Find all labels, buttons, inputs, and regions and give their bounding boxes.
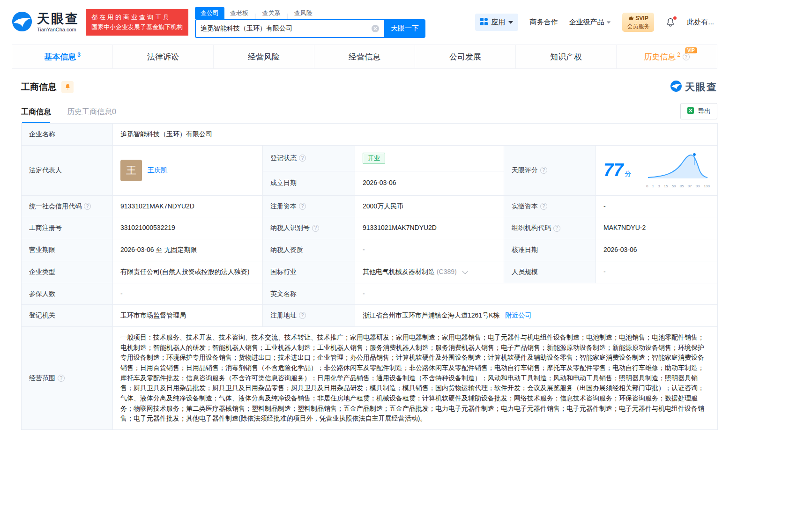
reg-status-label: 登记状态? xyxy=(263,145,355,171)
reg-address-value: 浙江省台州市玉环市芦浦镇金海大道1261号K栋 附近公司 xyxy=(355,305,718,327)
user-more-link[interactable]: 此处有... xyxy=(687,18,714,27)
apps-grid-icon xyxy=(480,18,488,27)
paid-capital-value: - xyxy=(596,195,718,217)
insured-count-value: - xyxy=(113,283,263,305)
help-icon[interactable]: ? xyxy=(553,225,560,232)
legal-rep-name-link[interactable]: 王庆凯 xyxy=(148,165,167,176)
business-term-label: 营业期限 xyxy=(22,239,113,261)
score-axis-labels: 0131550859799100 xyxy=(646,184,710,189)
reg-number-value: 331021000532219 xyxy=(113,217,263,239)
score-cell: 77分 0131550859799100 xyxy=(596,145,718,195)
company-name-value: 追觅智能科技（玉环）有限公司 xyxy=(113,124,718,146)
search-tab-boss[interactable]: 查老板 xyxy=(224,7,254,19)
staff-size-label: 人员规模 xyxy=(504,261,596,283)
english-name-value: - xyxy=(355,283,718,305)
reg-capital-label: 注册资本? xyxy=(263,195,355,217)
score-unit: 分 xyxy=(625,170,631,177)
chevron-down-icon xyxy=(508,21,513,24)
help-icon[interactable]: ? xyxy=(299,155,306,162)
business-info-table: 企业名称 追觅智能科技（玉环）有限公司 法定代表人 王 王庆凯 登记状态? 开业 xyxy=(21,123,718,430)
page: 天眼查 TianYanCha.com 都在用的商业查询工具 国家中小企业发展子基… xyxy=(0,0,718,430)
monitor-bell-icon[interactable] xyxy=(61,81,74,93)
help-icon[interactable]: ? xyxy=(312,225,319,232)
english-name-label: 英文名称 xyxy=(263,283,355,305)
slogan-banner: 都在用的商业查询工具 国家中小企业发展子基金旗下机构 xyxy=(86,9,188,35)
legal-rep-avatar[interactable]: 王 xyxy=(120,160,142,181)
score-distribution-chart: 0131550859799100 xyxy=(646,151,710,190)
taxpayer-id-value: 91331021MAK7NDYU2D xyxy=(355,217,504,239)
reg-status-value: 开业 xyxy=(355,145,504,171)
slogan-line2: 国家中小企业发展子基金旗下机构 xyxy=(91,22,183,32)
score-label-text: 天眼评分 xyxy=(512,166,538,174)
industry-code: (C389) xyxy=(437,268,457,275)
table-row: 营业期限 2026-03-06 至 无固定期限 纳税人资质 - 核准日期 202… xyxy=(22,239,718,261)
subtab-business-registration[interactable]: 工商信息 xyxy=(21,107,51,123)
table-row: 登记机关 玉环市市场监督管理局 注册地址? 浙江省台州市玉环市芦浦镇金海大道12… xyxy=(22,305,718,327)
logo-text-cn: 天眼查 xyxy=(37,12,79,26)
establish-date-value: 2026-03-06 xyxy=(355,171,504,195)
status-badge: 开业 xyxy=(363,153,385,164)
help-icon[interactable]: ? xyxy=(84,203,91,210)
table-row: 企业类型 有限责任公司(自然人投资或控股的法人独资) 国标行业 其他电气机械及器… xyxy=(22,261,718,283)
business-term-value: 2026-03-06 至 无固定期限 xyxy=(113,239,263,261)
clear-search-icon[interactable] xyxy=(371,24,380,33)
tab-intellectual-property[interactable]: 知识产权 xyxy=(515,45,616,68)
help-icon[interactable]: ? xyxy=(540,203,547,210)
company-type-label: 企业类型 xyxy=(22,261,113,283)
svip-label: SVIP xyxy=(635,15,648,22)
search-input[interactable] xyxy=(201,25,368,32)
business-scope-label: 经营范围? xyxy=(22,326,113,429)
header-right-menu: 应用 商务合作 企业级产品 SVIP 会员服务 xyxy=(475,13,718,31)
apps-menu[interactable]: 应用 xyxy=(475,14,518,31)
notification-bell-icon[interactable] xyxy=(665,17,676,28)
table-row: 参保人数 - 英文名称 - xyxy=(22,283,718,305)
tab-basic-info-count: 3 xyxy=(77,52,81,58)
brand-watermark-text: 天眼查 xyxy=(685,81,717,94)
table-row: 工商注册号 331021000532219 纳税人识别号? 91331021MA… xyxy=(22,217,718,239)
table-row: 企业名称 追觅智能科技（玉环）有限公司 xyxy=(22,124,718,146)
svip-membership-badge[interactable]: SVIP 会员服务 xyxy=(622,13,654,31)
reg-capital-value: 2000万人民币 xyxy=(355,195,504,217)
help-icon[interactable]: ? xyxy=(683,53,690,60)
search-tab-company[interactable]: 查公司 xyxy=(195,7,224,19)
search-tab-risk[interactable]: 查风险 xyxy=(289,7,318,19)
tab-legal-proceedings-label: 法律诉讼 xyxy=(147,52,179,62)
chevron-down-icon[interactable] xyxy=(462,268,468,274)
industry-name: 其他电气机械及器材制造 xyxy=(363,268,435,275)
search-tab-relation[interactable]: 查关系 xyxy=(256,7,286,19)
help-icon[interactable]: ? xyxy=(299,312,306,319)
nearby-companies-link[interactable]: 附近公司 xyxy=(505,311,531,319)
reg-address-text: 浙江省台州市玉环市芦浦镇金海大道1261号K栋 xyxy=(363,311,499,319)
export-button[interactable]: 导出 xyxy=(680,103,717,119)
insured-count-label: 参保人数 xyxy=(22,283,113,305)
enterprise-products-link[interactable]: 企业级产品 xyxy=(569,18,611,27)
company-nav-tabs: 基本信息 3 法律诉讼 经营风险 经营信息 公司发展 知识产权 VIP 历史信息… xyxy=(12,44,717,69)
reg-authority-value: 玉环市市场监督管理局 xyxy=(113,305,263,327)
table-row: 法定代表人 王 王庆凯 登记状态? 开业 天眼评分? xyxy=(22,145,718,171)
help-icon[interactable]: ? xyxy=(58,375,65,382)
search-button[interactable]: 天眼一下 xyxy=(384,19,425,38)
tab-business-info[interactable]: 经营信息 xyxy=(314,45,415,68)
tianyancha-logo[interactable]: 天眼查 TianYanCha.com xyxy=(11,11,79,34)
main-content: 工商信息 天眼查 工商信息 历史工商信息0 xyxy=(21,80,717,430)
business-cooperation-link[interactable]: 商务合作 xyxy=(529,18,558,27)
credit-code-value: 91331021MAK7NDYU2D xyxy=(113,195,263,217)
vip-badge: VIP xyxy=(685,47,697,53)
subtab-history-registration[interactable]: 历史工商信息0 xyxy=(67,107,116,123)
help-icon[interactable]: ? xyxy=(299,203,306,210)
enterprise-products-label: 企业级产品 xyxy=(569,18,604,27)
tab-legal-proceedings[interactable]: 法律诉讼 xyxy=(112,45,213,68)
tab-company-development-label: 公司发展 xyxy=(449,52,481,62)
brand-watermark: 天眼查 xyxy=(670,80,717,94)
staff-size-value: - xyxy=(596,261,718,283)
tab-operating-risk[interactable]: 经营风险 xyxy=(213,45,314,68)
tab-basic-info[interactable]: 基本信息 3 xyxy=(12,45,112,68)
taxpayer-qualification-label: 纳税人资质 xyxy=(263,239,355,261)
credit-code-label: 统一社会信用代码? xyxy=(22,195,113,217)
tab-company-development[interactable]: 公司发展 xyxy=(415,45,515,68)
search-input-wrap xyxy=(195,19,384,38)
tab-history-info[interactable]: VIP 历史信息 2 ? xyxy=(616,45,717,68)
help-icon[interactable]: ? xyxy=(540,167,547,174)
business-scope-value: 一般项目：技术服务、技术开发、技术咨询、技术交流、技术转让、技术推广；家用电器研… xyxy=(113,326,718,429)
org-code-label: 组织机构代码? xyxy=(504,217,596,239)
